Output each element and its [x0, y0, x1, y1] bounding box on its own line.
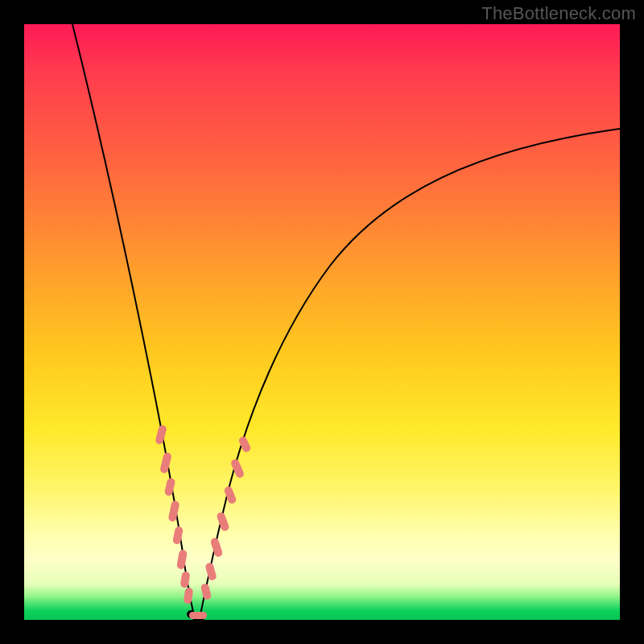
chart-frame: TheBottleneck.com — [0, 0, 644, 644]
marker-left-arm — [155, 424, 193, 604]
marker-floor-dots — [187, 610, 207, 621]
marker-right-arm — [200, 436, 252, 601]
curve-right-branch — [200, 129, 620, 618]
watermark-text: TheBottleneck.com — [481, 3, 636, 24]
marker-cluster — [155, 424, 252, 621]
plot-area — [24, 24, 620, 620]
svg-rect-9 — [204, 562, 217, 581]
svg-rect-2 — [164, 477, 176, 497]
svg-rect-7 — [184, 587, 194, 604]
svg-rect-11 — [216, 511, 230, 532]
svg-rect-8 — [200, 583, 213, 601]
bottleneck-curve — [24, 24, 620, 620]
svg-rect-0 — [155, 424, 167, 445]
svg-rect-18 — [189, 612, 207, 619]
svg-rect-6 — [180, 571, 190, 588]
svg-rect-1 — [159, 452, 172, 474]
svg-rect-5 — [176, 549, 188, 569]
svg-rect-10 — [210, 537, 224, 558]
svg-rect-3 — [167, 500, 180, 522]
